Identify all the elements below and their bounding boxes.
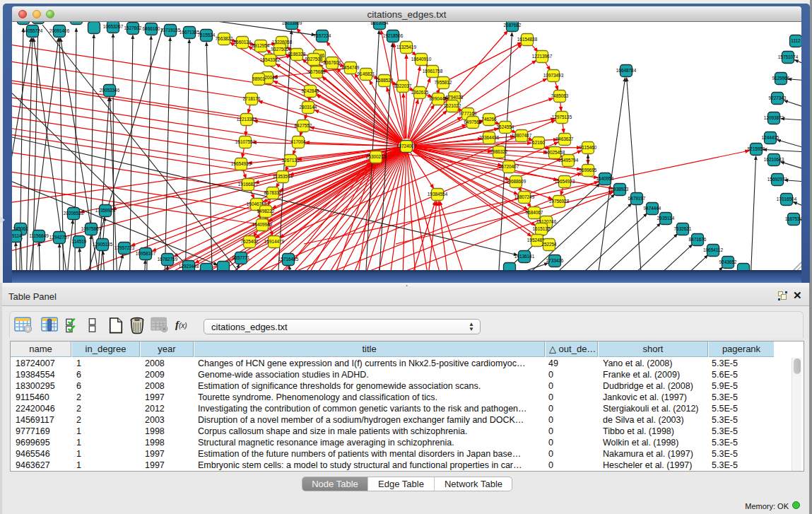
- svg-text:10973493: 10973493: [543, 73, 564, 78]
- svg-text:1167534: 1167534: [785, 216, 801, 221]
- svg-text:8471676: 8471676: [689, 237, 707, 242]
- svg-text:8813054: 8813054: [371, 22, 389, 25]
- svg-text:746266: 746266: [481, 117, 497, 122]
- svg-text:17016504: 17016504: [777, 197, 797, 201]
- svg-text:6466160: 6466160: [143, 26, 160, 31]
- svg-text:39114: 39114: [12, 233, 22, 238]
- svg-text:7955812: 7955812: [435, 80, 452, 85]
- svg-text:9657771: 9657771: [233, 255, 250, 260]
- svg-text:16914479: 16914479: [264, 239, 285, 244]
- svg-text:11353594: 11353594: [273, 174, 293, 179]
- svg-text:9463627: 9463627: [556, 136, 574, 141]
- svg-text:16648784: 16648784: [616, 68, 637, 73]
- svg-text:6794028: 6794028: [446, 95, 464, 100]
- svg-text:16107553: 16107553: [235, 139, 256, 144]
- svg-text:12942757: 12942757: [49, 235, 70, 240]
- svg-text:8678332: 8678332: [264, 190, 282, 195]
- svg-text:16543362: 16543362: [260, 57, 281, 62]
- svg-text:10654112: 10654112: [703, 247, 723, 252]
- svg-text:8912954: 8912954: [252, 43, 270, 48]
- svg-text:8454749: 8454749: [342, 65, 360, 70]
- svg-text:7986322: 7986322: [490, 149, 508, 154]
- svg-text:6479197: 6479197: [628, 196, 646, 201]
- svg-text:1112: 1112: [791, 38, 801, 43]
- svg-text:2087682: 2087682: [504, 23, 522, 28]
- svg-text:16961758: 16961758: [423, 69, 443, 74]
- svg-text:8660124: 8660124: [234, 40, 252, 45]
- svg-text:2935114: 2935114: [657, 216, 675, 221]
- svg-text:15716485: 15716485: [278, 257, 299, 262]
- svg-text:11325419: 11325419: [396, 45, 416, 49]
- svg-text:14055724: 14055724: [23, 28, 43, 33]
- svg-text:1615132: 1615132: [533, 226, 551, 231]
- svg-text:2367608: 2367608: [324, 60, 341, 65]
- svg-text:1588520: 1588520: [376, 78, 394, 83]
- svg-text:1733426: 1733426: [546, 258, 564, 263]
- svg-text:252254: 252254: [541, 242, 557, 247]
- svg-text:15495794: 15495794: [558, 158, 579, 163]
- svg-text:8938923: 8938923: [611, 187, 629, 192]
- svg-text:1244415: 1244415: [762, 135, 779, 140]
- svg-text:16033809: 16033809: [282, 22, 302, 25]
- svg-text:20206538: 20206538: [64, 211, 84, 216]
- svg-text:9227343: 9227343: [769, 95, 787, 100]
- svg-text:19384554: 19384554: [428, 192, 448, 197]
- svg-text:7632621: 7632621: [674, 226, 692, 231]
- svg-text:417004: 417004: [290, 139, 306, 144]
- svg-text:8186328: 8186328: [288, 52, 306, 57]
- svg-text:12093872: 12093872: [764, 115, 784, 120]
- svg-text:9243652: 9243652: [719, 259, 737, 264]
- svg-text:8427552: 8427552: [295, 123, 312, 128]
- svg-text:11156849: 11156849: [29, 233, 49, 238]
- svg-text:8322037: 8322037: [394, 83, 412, 88]
- svg-text:12923448: 12923448: [179, 264, 199, 269]
- svg-text:8215958: 8215958: [748, 146, 765, 151]
- svg-text:62160: 62160: [532, 140, 545, 145]
- svg-text:9699695: 9699695: [579, 168, 597, 173]
- svg-text:1621022: 1621022: [444, 103, 461, 108]
- svg-text:19756928: 19756928: [549, 199, 570, 204]
- svg-text:9474444: 9474444: [644, 206, 661, 211]
- svg-text:9327505: 9327505: [271, 47, 289, 52]
- svg-text:9115460: 9115460: [579, 145, 597, 150]
- svg-text:10688609: 10688609: [506, 179, 526, 184]
- svg-text:16409948: 16409948: [252, 222, 273, 227]
- svg-text:10975867: 10975867: [81, 226, 102, 231]
- svg-text:2718176: 2718176: [243, 96, 261, 101]
- svg-text:16782759: 16782759: [158, 257, 178, 262]
- svg-text:2803144: 2803144: [300, 105, 317, 110]
- svg-text:12975135: 12975135: [552, 115, 572, 119]
- svg-text:7485063: 7485063: [551, 93, 569, 98]
- svg-text:15692971: 15692971: [767, 177, 788, 182]
- svg-text:9242848: 9242848: [302, 88, 319, 93]
- svg-text:15654923: 15654923: [555, 179, 575, 184]
- svg-text:20364436: 20364436: [479, 135, 500, 140]
- svg-text:15720407: 15720407: [499, 164, 519, 169]
- svg-text:9129966: 9129966: [772, 76, 790, 81]
- svg-text:98901: 98901: [252, 76, 265, 81]
- svg-text:3624554: 3624554: [497, 124, 514, 129]
- svg-text:19654933: 19654933: [231, 161, 252, 166]
- svg-text:9684067: 9684067: [526, 210, 543, 215]
- svg-text:7357224: 7357224: [314, 33, 331, 38]
- svg-text:114519: 114519: [72, 239, 87, 244]
- svg-text:18640910: 18640910: [411, 57, 432, 62]
- svg-text:19166827: 19166827: [238, 182, 259, 187]
- svg-text:9327508: 9327508: [305, 57, 323, 62]
- svg-text:18807249: 18807249: [514, 194, 535, 199]
- svg-text:9146821: 9146821: [358, 71, 375, 76]
- svg-text:8990448: 8990448: [430, 96, 447, 101]
- svg-text:6497568: 6497568: [464, 119, 482, 124]
- svg-text:16210643: 16210643: [764, 157, 784, 162]
- svg-text:18724007: 18724007: [396, 144, 417, 148]
- svg-text:1362615: 1362615: [411, 90, 429, 95]
- svg-text:10958107: 10958107: [136, 251, 156, 256]
- svg-text:19218506: 19218506: [383, 33, 404, 38]
- svg-text:20053346: 20053346: [100, 88, 120, 93]
- svg-text:1640954: 1640954: [596, 176, 614, 181]
- svg-text:3675685: 3675685: [308, 69, 326, 74]
- svg-text:17359924: 17359924: [95, 208, 116, 213]
- svg-text:12905135: 12905135: [93, 242, 113, 247]
- svg-text:12213383: 12213383: [237, 117, 257, 122]
- svg-text:7515524: 7515524: [198, 33, 216, 37]
